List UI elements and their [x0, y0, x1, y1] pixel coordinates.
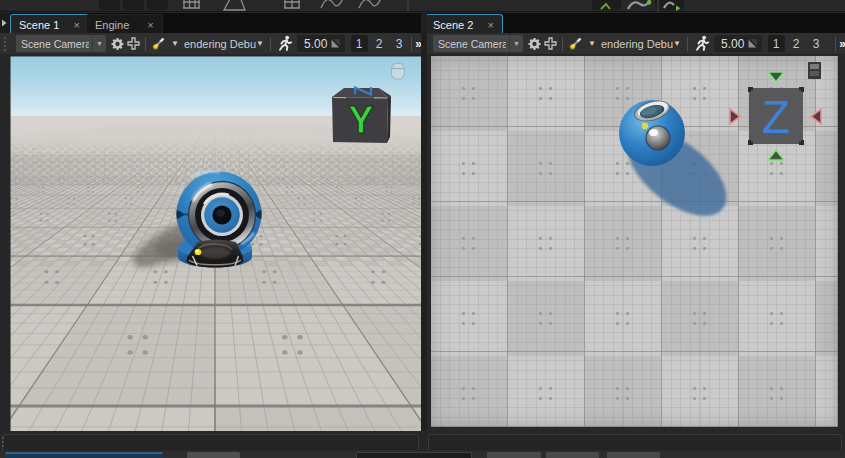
svg-text:Y: Y: [348, 99, 373, 141]
svg-text:Z: Z: [762, 91, 790, 143]
